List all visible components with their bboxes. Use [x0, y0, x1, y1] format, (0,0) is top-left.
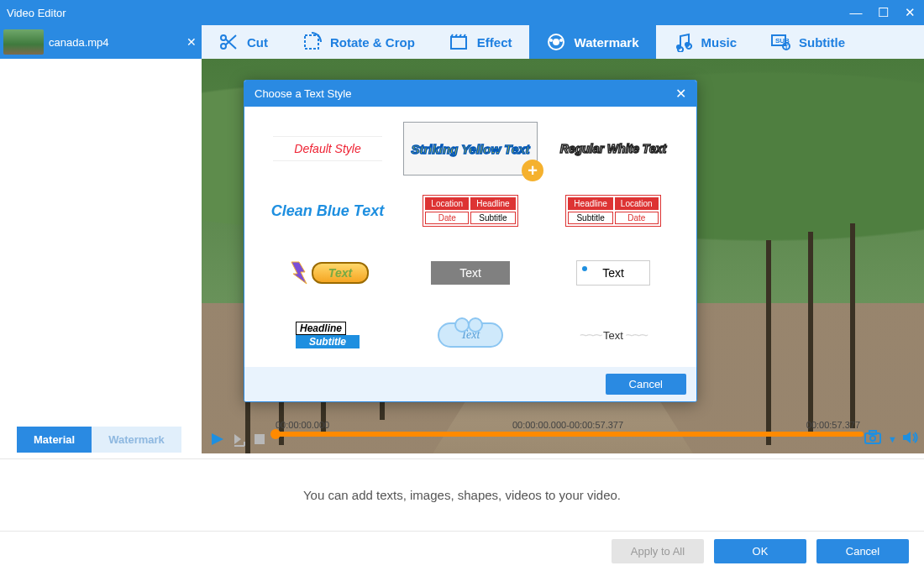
tool-label: Watermark — [575, 35, 639, 50]
tool-label: Subtitle — [799, 35, 845, 50]
app-title: Video Editor — [7, 7, 66, 19]
playhead[interactable] — [270, 429, 281, 439]
tool-effect[interactable]: Effect — [432, 25, 529, 59]
style-default[interactable]: Default Style — [260, 122, 395, 175]
style-gold-badge[interactable]: Text — [260, 246, 395, 300]
time-start: 00:00:00.000 — [276, 420, 329, 430]
top-strip: canada.mp4 ✕ Cut Rotate & Crop Effect Wa… — [0, 25, 924, 59]
svg-rect-17 — [255, 434, 265, 444]
file-tab-close-button[interactable]: ✕ — [181, 35, 202, 49]
cancel-button[interactable]: Cancel — [816, 539, 909, 563]
main-area: Choose a Text Style ✕ Default Style Stri… — [0, 59, 924, 453]
right-controls: ▼ — [864, 430, 919, 448]
close-button[interactable]: ✕ — [902, 5, 917, 20]
hint-text: You can add texts, images, shapes, video… — [303, 488, 621, 502]
tool-label: Cut — [247, 35, 268, 50]
style-red-table-right[interactable]: HeadlineLocationSubtitleDate — [546, 184, 680, 238]
hint-area: You can add texts, images, shapes, video… — [0, 458, 924, 531]
style-striking-yellow[interactable]: Striking Yellow Text — [403, 122, 538, 175]
play-controls — [210, 432, 265, 447]
svg-marker-16 — [234, 434, 241, 444]
snapshot-button[interactable] — [864, 430, 883, 448]
tool-watermark[interactable]: Watermark — [529, 25, 656, 59]
time-labels: 00:00:00.000 00:00:00.000-00:00:57.377 0… — [207, 420, 922, 432]
tool-label: Music — [701, 35, 738, 50]
style-cloud[interactable]: Text — [403, 308, 538, 362]
playback-bar: 00:00:00.000 00:00:00.000-00:00:57.377 0… — [207, 420, 922, 453]
bolt-icon — [286, 260, 312, 286]
step-button[interactable] — [232, 432, 247, 447]
video-preview[interactable]: Choose a Text Style ✕ Default Style Stri… — [202, 59, 924, 453]
text-style-modal: Choose a Text Style ✕ Default Style Stri… — [244, 80, 697, 402]
modal-cancel-button[interactable]: Cancel — [606, 374, 686, 395]
modal-title: Choose a Text Style — [255, 87, 351, 100]
scissors-icon — [218, 32, 239, 52]
tool-cut[interactable]: Cut — [202, 25, 285, 59]
svg-point-6 — [549, 39, 553, 42]
style-red-table-left[interactable]: LocationHeadlineDateSubtitle — [403, 184, 538, 238]
svg-rect-3 — [451, 37, 466, 49]
svg-text:T: T — [785, 44, 789, 50]
toolbar: Cut Rotate & Crop Effect Watermark Music… — [202, 25, 924, 59]
svg-point-5 — [553, 39, 559, 45]
svg-marker-14 — [291, 262, 307, 284]
timeline-track[interactable] — [274, 432, 864, 437]
style-plain-box[interactable]: Text — [546, 246, 680, 300]
tool-label: Effect — [477, 35, 512, 50]
apply-to-all-button[interactable]: Apply to All — [612, 539, 704, 563]
volume-button[interactable] — [902, 430, 919, 448]
style-clean-blue[interactable]: Clean Blue Text — [260, 184, 395, 238]
tab-watermark[interactable]: Watermark — [92, 427, 181, 453]
svg-point-8 — [676, 45, 681, 50]
file-thumbnail — [3, 29, 44, 55]
svg-marker-15 — [212, 433, 223, 445]
title-bar: Video Editor — ☐ ✕ — [0, 0, 924, 25]
svg-rect-2 — [305, 35, 318, 49]
tool-subtitle[interactable]: SUBT Subtitle — [753, 25, 862, 59]
style-wreath[interactable]: Text — [546, 308, 680, 362]
tool-label: Rotate & Crop — [330, 35, 415, 50]
svg-marker-21 — [903, 432, 911, 443]
text-styles-grid: Default Style Striking Yellow Text Regul… — [244, 107, 696, 367]
file-tab[interactable]: canada.mp4 — [0, 25, 181, 59]
tool-music[interactable]: Music — [656, 25, 754, 59]
modal-titlebar: Choose a Text Style ✕ — [244, 81, 696, 107]
left-pane — [0, 59, 202, 453]
tab-material[interactable]: Material — [17, 427, 92, 453]
subtitle-icon: SUBT — [770, 32, 790, 52]
crop-rotate-icon — [302, 32, 322, 52]
modal-close-button[interactable]: ✕ — [675, 86, 686, 102]
style-headline-subtitle[interactable]: HeadlineSubtitle — [260, 308, 395, 362]
svg-point-7 — [559, 39, 563, 42]
music-icon — [673, 32, 693, 52]
file-tab-bar: canada.mp4 ✕ — [0, 25, 202, 59]
stop-button[interactable] — [254, 433, 265, 445]
time-end: 00:00:57.377 — [806, 420, 860, 430]
svg-point-9 — [685, 42, 690, 47]
minimize-button[interactable]: — — [848, 5, 864, 20]
play-button[interactable] — [210, 432, 225, 447]
dropdown-icon[interactable]: ▼ — [888, 434, 897, 444]
file-name: canada.mp4 — [49, 36, 109, 49]
tool-rotate-crop[interactable]: Rotate & Crop — [285, 25, 432, 59]
modal-footer: Cancel — [244, 367, 696, 401]
maximize-button[interactable]: ☐ — [875, 5, 890, 20]
style-regular-white[interactable]: Regular White Text — [546, 122, 680, 175]
style-gray-box[interactable]: Text — [403, 246, 538, 300]
watermark-icon — [546, 32, 566, 52]
effect-icon — [449, 32, 469, 52]
svg-point-19 — [870, 436, 875, 441]
bottom-bar: Apply to All OK Cancel — [0, 531, 924, 571]
ok-button[interactable]: OK — [714, 539, 806, 563]
lower-tabs: Material Watermark — [17, 427, 181, 453]
window-controls: — ☐ ✕ — [848, 5, 917, 20]
time-range: 00:00:00.000-00:00:57.377 — [512, 420, 623, 430]
